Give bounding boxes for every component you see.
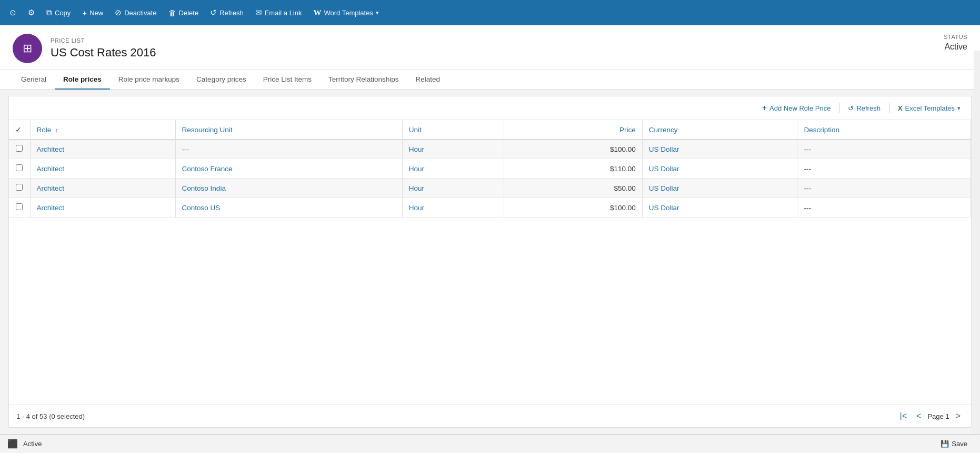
resourcing-unit-column-header[interactable]: Resourcing Unit	[175, 120, 402, 140]
tab-role-price-markups[interactable]: Role price markups	[110, 70, 188, 90]
row-select-checkbox[interactable]	[16, 145, 23, 152]
entity-type-label: PRICE LIST	[51, 37, 156, 44]
status-bar-text: Active	[23, 440, 42, 448]
role-column-header[interactable]: Role ↑	[30, 120, 175, 140]
row-currency[interactable]: US Dollar	[642, 179, 797, 198]
page-number: Page 1	[927, 412, 949, 420]
excel-templates-button[interactable]: X Excel Templates ▾	[894, 102, 965, 115]
role-prices-table: ✓ Role ↑ Resourcing Unit Unit	[9, 120, 971, 218]
grid-toolbar: + Add New Role Price ↺ Refresh X Excel T…	[9, 96, 971, 120]
select-all-column: ✓	[9, 120, 30, 140]
row-resourcing-unit[interactable]: Contoso US	[175, 198, 402, 218]
table-row: Architect Contoso US Hour $100.00 US Dol…	[9, 198, 971, 218]
row-price: $100.00	[504, 198, 642, 218]
table-container[interactable]: ✓ Role ↑ Resourcing Unit Unit	[9, 120, 971, 405]
row-price: $110.00	[504, 159, 642, 179]
row-role[interactable]: Architect	[30, 198, 175, 218]
tab-general[interactable]: General	[13, 70, 55, 90]
row-description: ---	[797, 140, 971, 159]
delete-button[interactable]: 🗑 Delete	[163, 5, 204, 21]
tab-category-prices[interactable]: Category prices	[188, 70, 255, 90]
nav-back-button[interactable]: ⊙	[4, 5, 22, 21]
add-icon: +	[762, 103, 767, 113]
row-select-checkbox[interactable]	[16, 164, 23, 171]
tab-role-prices[interactable]: Role prices	[55, 70, 110, 90]
gear-icon: ⚙	[28, 8, 35, 17]
table-row: Architect --- Hour $100.00 US Dollar ---	[9, 140, 971, 159]
copy-button[interactable]: ⧉ Copy	[41, 5, 76, 21]
entity-header: ⊞ PRICE LIST US Cost Rates 2016 Status A…	[0, 25, 980, 70]
save-button[interactable]: 💾 Save	[935, 438, 973, 450]
header-right: Status Active	[944, 34, 967, 52]
row-description: ---	[797, 198, 971, 218]
row-checkbox[interactable]	[9, 198, 30, 218]
entity-info: PRICE LIST US Cost Rates 2016	[51, 37, 156, 60]
table-row: Architect Contoso France Hour $110.00 US…	[9, 159, 971, 179]
add-new-role-price-button[interactable]: + Add New Role Price	[758, 101, 835, 115]
row-unit[interactable]: Hour	[402, 179, 504, 198]
row-currency[interactable]: US Dollar	[642, 198, 797, 218]
prev-page-button[interactable]: <	[913, 410, 924, 422]
deactivate-button[interactable]: ⊘ Deactivate	[109, 5, 162, 21]
status-bar-left: ⬛ Active	[7, 439, 42, 449]
row-description: ---	[797, 159, 971, 179]
status-label: Status	[944, 34, 967, 40]
toolbar-separator-2	[889, 103, 889, 113]
save-icon: 💾	[941, 440, 949, 448]
status-bar-right: 💾 Save	[935, 438, 973, 450]
main-content: + Add New Role Price ↺ Refresh X Excel T…	[0, 90, 980, 434]
row-select-checkbox[interactable]	[16, 203, 23, 210]
next-page-button[interactable]: >	[953, 410, 964, 422]
row-description: ---	[797, 179, 971, 198]
row-unit[interactable]: Hour	[402, 140, 504, 159]
row-role[interactable]: Architect	[30, 140, 175, 159]
scrollbar-track[interactable]	[974, 51, 980, 434]
grid-refresh-button[interactable]: ↺ Refresh	[844, 102, 885, 115]
page-navigation: |< < Page 1 >	[897, 410, 964, 422]
status-value: Active	[944, 42, 967, 52]
row-resourcing-unit[interactable]: Contoso India	[175, 179, 402, 198]
email-icon: ✉	[255, 8, 262, 17]
entity-icon: ⊞	[13, 34, 42, 63]
description-column-header[interactable]: Description	[797, 120, 971, 140]
first-page-button[interactable]: |<	[897, 410, 911, 422]
row-checkbox[interactable]	[9, 179, 30, 198]
refresh-button[interactable]: ↺ Refresh	[205, 5, 249, 21]
tab-territory-relationships[interactable]: Territory Relationships	[320, 70, 407, 90]
email-link-button[interactable]: ✉ Email a Link	[250, 5, 307, 21]
currency-column-header[interactable]: Currency	[642, 120, 797, 140]
row-price: $50.00	[504, 179, 642, 198]
new-icon: +	[82, 8, 87, 17]
table-header-row: ✓ Role ↑ Resourcing Unit Unit	[9, 120, 971, 140]
tab-price-list-items[interactable]: Price List Items	[255, 70, 320, 90]
grid-refresh-icon: ↺	[848, 104, 854, 112]
pagination-bar: 1 - 4 of 53 (0 selected) |< < Page 1 >	[9, 405, 971, 427]
row-role[interactable]: Architect	[30, 159, 175, 179]
unit-column-header[interactable]: Unit	[402, 120, 504, 140]
row-resourcing-unit[interactable]: Contoso France	[175, 159, 402, 179]
tabs-navigation: General Role prices Role price markups C…	[0, 70, 980, 90]
settings-button[interactable]: ⚙	[23, 5, 40, 21]
row-checkbox[interactable]	[9, 140, 30, 159]
back-icon: ⊙	[9, 8, 16, 17]
word-templates-button[interactable]: W Word Templates ▾	[308, 5, 384, 21]
price-column-header[interactable]: Price	[504, 120, 642, 140]
sort-icon: ↑	[55, 127, 58, 133]
status-bar-icon: ⬛	[7, 439, 18, 449]
entity-name: US Cost Rates 2016	[51, 46, 156, 60]
row-price: $100.00	[504, 140, 642, 159]
row-checkbox[interactable]	[9, 159, 30, 179]
word-icon: W	[313, 8, 321, 17]
row-unit[interactable]: Hour	[402, 159, 504, 179]
new-button[interactable]: + New	[77, 5, 108, 21]
tab-related[interactable]: Related	[407, 70, 449, 90]
row-resourcing-unit[interactable]: ---	[175, 140, 402, 159]
copy-icon: ⧉	[46, 8, 52, 17]
entity-icon-symbol: ⊞	[23, 42, 32, 55]
row-role[interactable]: Architect	[30, 179, 175, 198]
row-currency[interactable]: US Dollar	[642, 159, 797, 179]
row-currency[interactable]: US Dollar	[642, 140, 797, 159]
grid-panel: + Add New Role Price ↺ Refresh X Excel T…	[8, 96, 972, 428]
row-select-checkbox[interactable]	[16, 184, 23, 191]
row-unit[interactable]: Hour	[402, 198, 504, 218]
